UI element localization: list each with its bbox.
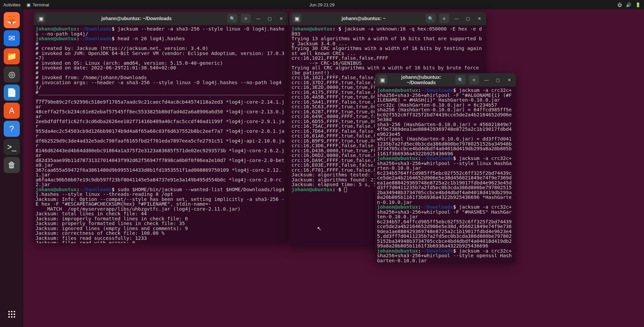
terminal-line: d82d35aae99b11d78731327014043f992d62f569…: [36, 158, 286, 168]
terminal-output[interactable]: johann@ubuntux:~/Downloads$ jacksum --he…: [34, 25, 288, 243]
terminal-icon: ▣: [26, 2, 31, 7]
window-title: johann@ubuntux: ~/Downloads: [387, 74, 455, 85]
dock: 🦊✉📁◎📄A?>_🗑: [0, 9, 23, 327]
terminal-line: df6b2529d9c3de4ad32e5adc798faaf6165fbd2f…: [36, 139, 286, 148]
terminal-line: 367caa655a59472f6a3861480d9b995514433d8b…: [36, 168, 286, 177]
terminal-line: johann@ubuntux:~/Downloads$ jacksum -a c…: [377, 88, 514, 103]
close-button[interactable]: ✕: [475, 14, 483, 22]
menu-button[interactable]: ≡: [241, 14, 251, 23]
terminal-line: Jacksum: correctness of check file: 100.…: [36, 231, 286, 236]
svg-point-7: [11, 316, 13, 318]
dock-thunderbird-icon[interactable]: ✉: [4, 30, 20, 46]
activities-button[interactable]: Activities: [3, 2, 20, 7]
terminal-line: sha3-256 (HashGarten-0.10.0.jar) = 45602…: [377, 122, 514, 137]
terminal-line: Jacksum: properly formatted lines in che…: [36, 221, 286, 226]
terminal-line: #: [36, 70, 286, 75]
terminal-output[interactable]: johann@ubuntux:~/Downloads$ jacksum -a c…: [375, 87, 516, 263]
terminal-line: # created by: Jacksum (https://jacksum.n…: [36, 46, 286, 51]
terminal-line: #: [36, 41, 286, 46]
terminal-line: Jacksum: files read with errors: 0: [36, 240, 286, 243]
terminal-line: johann@ubuntux:~/Downloads$ head -n 20 l…: [36, 36, 286, 41]
terminal-line: #_______________________________________…: [36, 90, 286, 100]
terminal-line: # invoked from: /home/johann/Downloads: [36, 75, 286, 80]
terminal-line: Jacksum: Info: Option --compat/--style h…: [36, 197, 286, 207]
current-app-label: Terminal: [33, 2, 49, 7]
network-icon[interactable]: ⏻: [618, 2, 622, 7]
terminal-line: --> CRC-16/GENIBUS: [291, 61, 484, 66]
terminal-line: 6c234b5764ffcd985ff5ebc02f552c6ff325f2bd…: [377, 171, 514, 205]
terminal-line: # invoked on JVM: OpenJDK 64-Bit Server …: [36, 51, 286, 61]
svg-point-2: [14, 311, 15, 313]
minimize-button[interactable]: —: [452, 14, 461, 22]
terminal-line: 48ceffa2f5cb234c61e82ebaf57545ff8ec55338…: [36, 109, 286, 119]
cursor: [344, 187, 347, 192]
battery-icon[interactable]: 🔋: [635, 2, 641, 7]
dock-software-icon[interactable]: A: [4, 103, 20, 119]
terminal-line: crc32c (HashGarten-0.10.0.jar) = 6c234b5…: [377, 103, 514, 108]
dock-files-icon[interactable]: 📁: [4, 48, 20, 64]
terminal-line: 955da4ec2c54503cb9d126bb90174b9d4a8f65a6…: [36, 129, 286, 139]
terminal-line: # invoked on OS: Linux (arch: amd64, ver…: [36, 61, 286, 66]
terminal-line: MATCH /opt/myserverapp/libs/uhbzgvtfc.ja…: [36, 207, 286, 212]
terminal-line: a6fa4ac90b50b07e19c9db597f23bf8041145e5a…: [36, 177, 286, 187]
svg-point-0: [8, 311, 10, 313]
search-button[interactable]: 🔍: [227, 14, 237, 23]
volume-icon[interactable]: 🔊: [626, 2, 631, 7]
close-button[interactable]: ✕: [505, 76, 513, 84]
terminal-line: Trying 13 algorithms with a width of 16 …: [291, 36, 484, 46]
clock[interactable]: Jun 29 21:29: [309, 2, 334, 7]
svg-point-6: [8, 316, 10, 318]
terminal-line: Trying 30 CRC algorithms with a width of…: [291, 46, 484, 56]
terminal-line: johann@ubuntux:~/Downloads$ jacksum -a c…: [377, 249, 514, 263]
terminal-line: Jacksum: ignored lines (empty lines and …: [36, 226, 286, 231]
terminal-line: crc:16,1021,FFFF,false,false,FFFF: [291, 56, 484, 61]
dock-terminal-icon[interactable]: >_: [4, 139, 20, 155]
current-app[interactable]: ▣ Terminal: [26, 2, 49, 7]
maximize-button[interactable]: ▢: [464, 14, 472, 22]
new-tab-button[interactable]: ▣: [292, 14, 302, 23]
maximize-button[interactable]: ▢: [266, 14, 274, 22]
minimize-button[interactable]: —: [482, 76, 490, 84]
terminal-line: johann@ubuntux:~$ jacksum -a unknown:16 …: [291, 26, 484, 36]
search-button[interactable]: 🔍: [426, 14, 436, 23]
dock-writer-icon[interactable]: 📄: [4, 85, 20, 101]
new-tab-button[interactable]: ▣: [378, 75, 387, 85]
minimize-button[interactable]: —: [254, 14, 262, 22]
svg-point-5: [14, 314, 15, 315]
svg-point-3: [8, 314, 10, 315]
terminal-line: Jacksum: files read successfully: 1233: [36, 236, 286, 241]
dock-firefox-icon[interactable]: 🦊: [4, 12, 20, 28]
terminal-line: f7f790e89c2fc92996c518e9f1705a7aadc9c21c…: [36, 100, 286, 109]
terminal-line: # invoked on date: 2022-06-29T21:01:38.5…: [36, 65, 286, 70]
search-button[interactable]: 🔍: [455, 75, 466, 85]
dock-help-icon[interactable]: ?: [4, 121, 20, 137]
terminal-line: johann@ubuntux:~/Downloads$ jacksum --he…: [36, 26, 286, 36]
menu-button[interactable]: ≡: [469, 75, 479, 85]
window-title: johann@ubuntux: ~/Downloads: [46, 16, 227, 21]
terminal-line: Jacksum: total lines in check file: 44: [36, 211, 286, 216]
menu-button[interactable]: ≡: [439, 14, 449, 23]
svg-point-1: [11, 311, 13, 313]
maximize-button[interactable]: ▢: [494, 76, 502, 84]
terminal-window-3[interactable]: ▣ johann@ubuntux: ~/Downloads 🔍 ≡ — ▢ ✕ …: [375, 73, 516, 263]
terminal-line: 2eebdfdffdf1c62fc3cd6dba2626ee102f71416b…: [36, 119, 286, 129]
window-title: johann@ubuntux: ~: [302, 16, 426, 21]
new-tab-button[interactable]: ▣: [36, 14, 46, 23]
terminal-line: johann@ubuntux:~/Downloads$ sudo $HOME/b…: [36, 187, 286, 197]
terminal-line: johann@ubuntux:~/Downloads$ jacksum -a c…: [377, 156, 514, 171]
apps-grid-icon[interactable]: [4, 306, 20, 322]
terminal-line: # invocation args: --header -a sha3-256 …: [36, 80, 286, 90]
terminal-line: whirlpool (HashGarten-0.10.0.jar) = dd3f…: [377, 137, 514, 156]
terminal-line: 6c234b57,64ffcd985ff5ebc02f552c6ff325f2b…: [377, 219, 514, 249]
close-button[interactable]: ✕: [277, 14, 285, 22]
titlebar[interactable]: ▣ johann@ubuntux: ~/Downloads 🔍 ≡ — ▢ ✕: [34, 12, 288, 25]
terminal-window-1[interactable]: ▣ johann@ubuntux: ~/Downloads 🔍 ≡ — ▢ ✕ …: [34, 12, 288, 243]
titlebar[interactable]: ▣ johann@ubuntux: ~/Downloads 🔍 ≡ — ▢ ✕: [375, 73, 516, 87]
terminal-line: sha256 (HashGarten-0.10.0.jar) = 64ffcd9…: [377, 107, 514, 122]
dock-trash-icon[interactable]: 🗑: [4, 157, 20, 173]
dock-rhythmbox-icon[interactable]: ◎: [4, 66, 20, 83]
top-bar: Activities ▣ Terminal Jun 29 21:29 ⏻ 🔊 🔋: [0, 0, 644, 9]
svg-point-4: [11, 314, 13, 315]
titlebar[interactable]: ▣ johann@ubuntux: ~ 🔍 ≡ — ▢ ✕: [289, 12, 486, 25]
terminal-line: johann@ubuntux:~/Downloads$ jacksum -a c…: [377, 205, 514, 219]
